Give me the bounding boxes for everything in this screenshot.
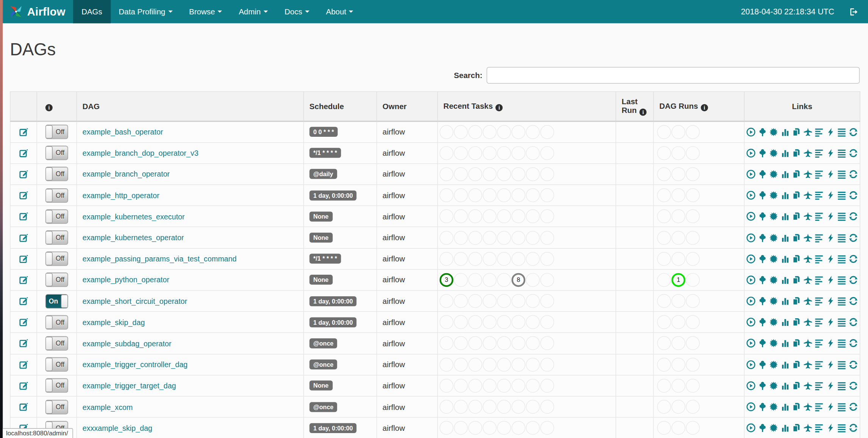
dag-run-circle-empty[interactable] xyxy=(686,252,700,266)
task-state-circle-empty[interactable] xyxy=(483,421,497,435)
sign-out-icon[interactable] xyxy=(849,7,858,16)
search-input[interactable] xyxy=(487,67,860,84)
trigger-dag-icon[interactable] xyxy=(746,233,756,242)
dag-run-circle-empty[interactable] xyxy=(686,273,700,287)
task-state-circle-empty[interactable] xyxy=(497,294,511,308)
task-tries-icon[interactable] xyxy=(792,402,801,411)
dag-name-link[interactable]: example_branch_dop_operator_v3 xyxy=(83,149,198,158)
code-view-icon[interactable] xyxy=(826,169,835,179)
task-duration-icon[interactable] xyxy=(781,275,790,285)
edit-dag-icon[interactable] xyxy=(19,148,28,158)
task-state-circle-empty[interactable] xyxy=(512,379,526,393)
task-tries-icon[interactable] xyxy=(792,360,801,369)
dag-run-circle-empty[interactable] xyxy=(657,210,671,224)
logs-icon[interactable] xyxy=(837,275,847,285)
nav-item-docs[interactable]: Docs xyxy=(276,0,317,23)
graph-view-icon[interactable] xyxy=(769,254,779,264)
task-tries-icon[interactable] xyxy=(792,296,801,306)
refresh-icon[interactable] xyxy=(848,402,858,411)
dag-run-circle-empty[interactable] xyxy=(686,315,700,329)
dag-pause-toggle[interactable]: Off xyxy=(45,125,68,139)
task-tries-icon[interactable] xyxy=(792,169,801,179)
task-state-circle-empty[interactable] xyxy=(454,379,468,393)
code-view-icon[interactable] xyxy=(826,339,835,348)
gantt-view-icon[interactable] xyxy=(815,360,824,369)
gantt-view-icon[interactable] xyxy=(815,275,824,285)
trigger-dag-icon[interactable] xyxy=(746,423,756,433)
task-state-circle-empty[interactable] xyxy=(497,252,511,266)
task-state-circle-empty[interactable] xyxy=(454,358,468,372)
task-state-circle-empty[interactable] xyxy=(440,188,454,202)
task-state-circle-empty[interactable] xyxy=(526,400,540,414)
tree-view-icon[interactable] xyxy=(758,148,767,158)
task-state-circle-empty[interactable] xyxy=(454,336,468,350)
dag-run-circle-empty[interactable] xyxy=(686,188,700,202)
dag-run-circle-empty[interactable] xyxy=(671,421,685,435)
gantt-view-icon[interactable] xyxy=(815,233,824,242)
task-state-circle-empty[interactable] xyxy=(540,400,554,414)
task-state-circle-empty[interactable] xyxy=(468,188,482,202)
dag-run-circle-empty[interactable] xyxy=(686,146,700,160)
code-view-icon[interactable] xyxy=(826,402,835,411)
task-state-circle-empty[interactable] xyxy=(468,358,482,372)
nav-item-browse[interactable]: Browse xyxy=(181,0,230,23)
landing-times-icon[interactable] xyxy=(803,339,813,348)
task-state-circle-empty[interactable] xyxy=(512,188,526,202)
task-state-circle-empty[interactable] xyxy=(526,252,540,266)
task-state-circle-empty[interactable] xyxy=(454,188,468,202)
task-state-circle-empty[interactable] xyxy=(440,231,454,245)
gantt-view-icon[interactable] xyxy=(815,212,824,221)
task-state-circle-empty[interactable] xyxy=(512,315,526,329)
dag-run-circle-empty[interactable] xyxy=(671,167,685,181)
tree-view-icon[interactable] xyxy=(758,381,767,390)
task-duration-icon[interactable] xyxy=(781,212,790,221)
task-state-circle-empty[interactable] xyxy=(483,210,497,224)
tree-view-icon[interactable] xyxy=(758,360,767,369)
landing-times-icon[interactable] xyxy=(803,148,813,158)
code-view-icon[interactable] xyxy=(826,275,835,285)
trigger-dag-icon[interactable] xyxy=(746,191,756,200)
edit-dag-icon[interactable] xyxy=(19,233,28,242)
task-state-circle-empty[interactable] xyxy=(483,336,497,350)
task-state-circle-empty[interactable] xyxy=(483,146,497,160)
gantt-view-icon[interactable] xyxy=(815,423,824,433)
refresh-icon[interactable] xyxy=(848,318,858,327)
task-state-circle-empty[interactable] xyxy=(526,231,540,245)
landing-times-icon[interactable] xyxy=(803,169,813,179)
task-tries-icon[interactable] xyxy=(792,127,801,137)
refresh-icon[interactable] xyxy=(848,233,858,242)
dag-run-circle-empty[interactable] xyxy=(657,400,671,414)
trigger-dag-icon[interactable] xyxy=(746,254,756,264)
dag-run-circle-empty[interactable] xyxy=(686,231,700,245)
nav-item-data-profiling[interactable]: Data Profiling xyxy=(111,0,181,23)
task-duration-icon[interactable] xyxy=(781,402,790,411)
landing-times-icon[interactable] xyxy=(803,423,813,433)
dag-name-link[interactable]: example_kubernetes_executor xyxy=(83,213,185,221)
gantt-view-icon[interactable] xyxy=(815,169,824,179)
dag-pause-toggle[interactable]: Off xyxy=(45,357,68,372)
dag-name-link[interactable]: example_subdag_operator xyxy=(83,339,172,348)
tree-view-icon[interactable] xyxy=(758,191,767,200)
graph-view-icon[interactable] xyxy=(769,402,779,411)
trigger-dag-icon[interactable] xyxy=(746,148,756,158)
code-view-icon[interactable] xyxy=(826,233,835,242)
task-state-circle-empty[interactable] xyxy=(540,273,554,287)
task-state-circle-empty[interactable] xyxy=(526,421,540,435)
task-state-circle-empty[interactable] xyxy=(468,294,482,308)
task-state-circle-empty[interactable] xyxy=(512,294,526,308)
trigger-dag-icon[interactable] xyxy=(746,296,756,306)
task-tries-icon[interactable] xyxy=(792,148,801,158)
dag-run-circle-empty[interactable] xyxy=(657,146,671,160)
task-state-circle-empty[interactable] xyxy=(526,379,540,393)
nav-item-about[interactable]: About xyxy=(318,0,362,23)
task-state-circle-empty[interactable] xyxy=(483,188,497,202)
tree-view-icon[interactable] xyxy=(758,127,767,137)
landing-times-icon[interactable] xyxy=(803,191,813,200)
dag-name-link[interactable]: example_passing_params_via_test_command xyxy=(83,255,237,263)
landing-times-icon[interactable] xyxy=(803,127,813,137)
dag-run-circle-empty[interactable] xyxy=(686,400,700,414)
logs-icon[interactable] xyxy=(837,381,847,390)
task-state-circle-empty[interactable] xyxy=(440,125,454,139)
task-state-circle-empty[interactable] xyxy=(497,273,511,287)
task-tries-icon[interactable] xyxy=(792,381,801,390)
